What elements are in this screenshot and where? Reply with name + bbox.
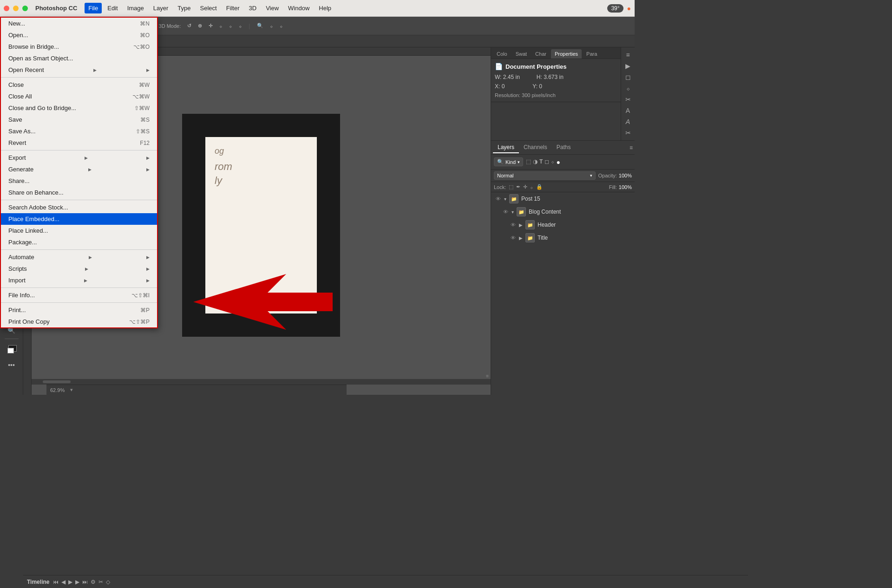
filter-shape-icon[interactable]: ◻ — [544, 158, 549, 166]
tab-char[interactable]: Char — [531, 49, 550, 59]
panel-icon-5[interactable]: ✂ — [625, 96, 631, 103]
foreground-bg-colors[interactable] — [3, 341, 20, 358]
menu-image[interactable]: Image — [124, 3, 148, 13]
filter-dot[interactable]: ● — [556, 158, 560, 166]
search-btn[interactable]: 🔍 — [255, 22, 265, 30]
3d-roll[interactable]: ⊕ — [196, 22, 204, 30]
panel-icon-3[interactable]: ◻ — [625, 73, 631, 81]
menu-close-all[interactable]: Close All ⌥⌘W — [1, 91, 157, 102]
layer-eye-blog[interactable]: 👁 — [502, 209, 509, 215]
lock-transparency-icon[interactable]: ⬚ — [509, 184, 513, 190]
menu-generate[interactable]: Generate ▶ — [1, 163, 157, 175]
menu-open-smart[interactable]: Open as Smart Object... — [1, 52, 157, 64]
layer-expand-header[interactable]: ▶ — [519, 222, 523, 228]
menu-new[interactable]: New... ⌘N — [1, 18, 157, 29]
menu-import[interactable]: Import ▶ — [1, 274, 157, 286]
menu-open[interactable]: Open... ⌘O — [1, 29, 157, 41]
menu-window[interactable]: Window — [284, 3, 313, 13]
menu-share-behance-label: Share on Behance... — [8, 189, 64, 196]
lock-all-icon[interactable]: 🔒 — [536, 184, 543, 190]
menu-export[interactable]: Export ▶ — [1, 152, 157, 163]
kind-label: Kind — [505, 159, 516, 165]
panel-icon-1[interactable]: ≡ — [626, 51, 630, 59]
layer-eye-header[interactable]: 👁 — [510, 222, 516, 228]
filter-type-icon[interactable]: T — [539, 158, 543, 166]
menu-filter[interactable]: Filter — [223, 3, 243, 13]
filter-adjust-icon[interactable]: ◑ — [533, 158, 538, 166]
menu-close[interactable]: Close ⌘W — [1, 79, 157, 91]
3d-slide[interactable]: ⬦ — [217, 22, 224, 30]
layer-expand-title[interactable]: ▶ — [519, 235, 523, 241]
menu-file-info[interactable]: File Info... ⌥⇧⌘I — [1, 289, 157, 301]
share-btn[interactable]: ⬦ — [278, 22, 285, 30]
menu-save-as[interactable]: Save As... ⇧⌘S — [1, 125, 157, 137]
kind-select[interactable]: 🔍 Kind ▾ — [494, 157, 523, 166]
scrollbar-horizontal[interactable] — [32, 379, 491, 385]
filter-smart-icon[interactable]: ⬦ — [551, 158, 554, 166]
filter-pixel-icon[interactable]: ⬚ — [526, 158, 531, 166]
3d-pan[interactable]: ✛ — [207, 22, 215, 30]
layer-item-blog-content[interactable]: 👁 ▾ 📁 Blog Content — [498, 205, 635, 218]
tab-properties[interactable]: Properties — [551, 49, 582, 59]
menu-new-label: New... — [8, 20, 25, 27]
menu-revert[interactable]: Revert F12 — [1, 137, 157, 149]
arrange-btn[interactable]: ⬦ — [268, 22, 275, 30]
menu-automate[interactable]: Automate ▶ — [1, 251, 157, 263]
layer-eye-post15[interactable]: 👁 — [495, 196, 501, 202]
tab-para[interactable]: Para — [583, 49, 601, 59]
layer-item-post15[interactable]: 👁 ▾ 📁 Post 15 — [491, 192, 635, 205]
menu-file[interactable]: File — [85, 3, 102, 13]
menu-3d[interactable]: 3D — [245, 3, 261, 13]
tab-swatches[interactable]: Swat — [512, 49, 531, 59]
menu-print-one-copy[interactable]: Print One Copy ⌥⇧⌘P — [1, 316, 157, 327]
menu-print[interactable]: Print... ⌘P — [1, 304, 157, 316]
menu-help[interactable]: Help — [315, 3, 335, 13]
minimize-button[interactable] — [13, 6, 19, 11]
menu-type[interactable]: Type — [174, 3, 194, 13]
panel-icon-4[interactable]: ⬦ — [626, 85, 630, 92]
panel-icon-8[interactable]: ✂ — [625, 129, 631, 137]
menu-open-recent[interactable]: Open Recent ▶ — [1, 64, 157, 76]
blend-mode-select[interactable]: Normal ▾ — [494, 171, 596, 180]
layer-eye-title[interactable]: 👁 — [510, 235, 516, 241]
panel-icon-7[interactable]: A — [626, 118, 630, 125]
lock-image-icon[interactable]: ✒ — [516, 184, 520, 190]
close-button[interactable] — [4, 6, 9, 11]
menu-view[interactable]: View — [262, 3, 282, 13]
3d-rotate[interactable]: ↺ — [185, 22, 193, 30]
opacity-value[interactable]: 100% — [619, 173, 632, 178]
menu-package[interactable]: Package... — [1, 236, 157, 248]
layer-item-header[interactable]: 👁 ▶ 📁 Header — [506, 218, 635, 231]
menu-share-behance[interactable]: Share on Behance... — [1, 187, 157, 198]
menu-scripts[interactable]: Scripts ▶ — [1, 263, 157, 274]
layer-expand-blog[interactable]: ▾ — [512, 209, 514, 215]
maximize-button[interactable] — [22, 6, 28, 11]
panel-icon-6[interactable]: A — [626, 107, 630, 114]
menu-layer[interactable]: Layer — [150, 3, 172, 13]
layers-tab[interactable]: Layers — [493, 142, 519, 153]
fill-value[interactable]: 100% — [619, 184, 632, 190]
menu-open-label: Open... — [8, 32, 28, 39]
layers-panel-menu[interactable]: ≡ — [630, 144, 633, 151]
menu-place-embedded[interactable]: Place Embedded... — [1, 213, 157, 225]
channels-tab[interactable]: Channels — [519, 142, 552, 153]
menu-search-stock[interactable]: Search Adobe Stock... — [1, 202, 157, 213]
menu-share[interactable]: Share... — [1, 175, 157, 187]
lock-position-icon[interactable]: ✛ — [523, 184, 527, 190]
layer-item-title[interactable]: 👁 ▶ 📁 Title — [506, 231, 635, 244]
menu-close-bridge[interactable]: Close and Go to Bridge... ⇧⌘W — [1, 102, 157, 114]
menu-edit[interactable]: Edit — [104, 3, 121, 13]
menu-place-linked[interactable]: Place Linked... — [1, 225, 157, 236]
tab-color[interactable]: Colo — [493, 49, 511, 59]
3d-more[interactable]: ⬦ — [237, 22, 244, 30]
doc-size-info: ▾ — [70, 387, 73, 393]
panel-icon-2[interactable]: ▶ — [625, 62, 630, 70]
menu-save[interactable]: Save ⌘S — [1, 114, 157, 125]
menu-select[interactable]: Select — [196, 3, 220, 13]
layer-expand-post15[interactable]: ▾ — [504, 196, 506, 202]
lock-artboard-icon[interactable]: ⬦ — [530, 184, 533, 190]
paths-tab[interactable]: Paths — [552, 142, 576, 153]
more-tools[interactable]: ••• — [3, 359, 20, 372]
menu-browse-bridge[interactable]: Browse in Bridge... ⌥⌘O — [1, 41, 157, 52]
3d-scale[interactable]: ⬦ — [227, 22, 234, 30]
